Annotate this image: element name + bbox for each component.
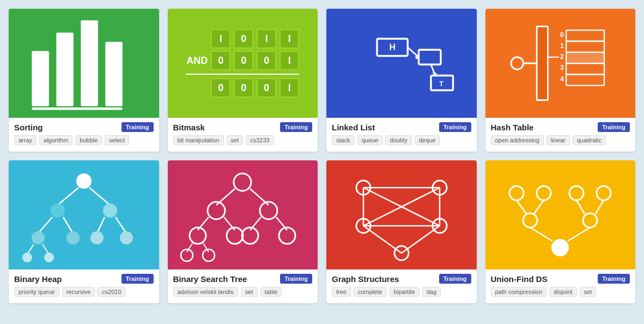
tag-complete[interactable]: complete [354,287,387,297]
svg-rect-21 [567,41,605,52]
tag-algorithm[interactable]: algorithm [39,135,72,145]
linkedlist-footer: Linked List Training stack queue doubly … [326,118,477,152]
svg-point-37 [32,231,45,244]
bitmask-footer: Bitmask Training bit manipulation set cs… [168,118,318,152]
svg-line-35 [97,217,105,233]
unionfind-badge[interactable]: Training [598,274,630,284]
tag-select[interactable]: select [105,135,129,145]
hashtable-badge[interactable]: Training [598,122,630,132]
svg-text:2: 2 [560,53,564,61]
unionfind-tags: path compression disjoint set [491,287,630,301]
svg-point-75 [509,186,524,200]
binaryheap-badge[interactable]: Training [121,274,154,284]
sorting-chart [16,14,151,112]
tag-bm[interactable]: bit manipulation [173,135,224,145]
svg-point-40 [120,231,133,244]
card-binary-heap[interactable]: Binary Heap Training priority queue recu… [9,160,159,303]
binaryheap-footer: Binary Heap Training priority queue recu… [9,269,159,303]
svg-rect-2 [81,20,98,106]
svg-point-32 [103,203,117,218]
tag-disjoint[interactable]: disjoint [549,287,576,297]
svg-point-28 [76,173,92,189]
svg-line-30 [89,188,110,205]
tag-set3[interactable]: set [580,287,597,297]
tag-recursive[interactable]: recursive [62,287,95,297]
card-union-find[interactable]: Union-Find DS Training path compression … [485,160,636,303]
svg-line-34 [63,217,73,233]
card-sorting[interactable]: Sorting Training array algorithm bubble … [9,9,159,152]
linkedlist-title: Linked List [332,123,375,132]
tag-dag[interactable]: dag [422,287,441,297]
tag-pathcomp[interactable]: path compression [491,287,547,297]
bst-badge[interactable]: Training [280,274,312,284]
tag-bubble[interactable]: bubble [75,135,102,145]
hashtable-image: 0 1 2 3 4 [485,9,636,118]
hashtable-diagram: 0 1 2 3 4 [493,14,628,112]
svg-point-79 [523,213,537,227]
hashtable-title: Hash Table [491,123,534,132]
linkedlist-badge[interactable]: Training [439,122,471,132]
svg-line-82 [517,200,526,214]
bitmask-title: Bitmask [173,123,205,132]
graph-tags: tree complete bipartite dag [332,287,471,301]
svg-point-81 [551,239,569,256]
tag-queue[interactable]: queue [357,135,383,145]
tag-quad[interactable]: quadratic [573,135,606,145]
card-bitmask[interactable]: I 0 I I AND 0 0 0 I 0 0 0 [168,9,318,152]
bst-title: Binary Search Tree [173,274,247,284]
tag-array[interactable]: array [14,135,37,145]
bitmask-tags: bit manipulation set cs3233 [173,135,313,149]
svg-text:H: H [389,43,395,52]
graph-badge[interactable]: Training [439,274,471,284]
tag-cs2010[interactable]: cs2010 [98,287,125,297]
graph-image [326,160,477,269]
tag-table[interactable]: table [260,287,282,297]
graph-footer: Graph Structures Training tree complete … [326,269,477,303]
svg-line-85 [596,200,604,214]
card-graph[interactable]: Graph Structures Training tree complete … [326,160,477,303]
svg-rect-27 [567,74,605,85]
tag-doubly[interactable]: doubly [385,135,411,145]
svg-rect-4 [32,107,123,110]
linkedlist-image: H T [326,9,477,118]
tag-avl[interactable]: adelson velskii landis [173,287,238,297]
linkedlist-diagram: H T [334,14,469,112]
sorting-badge[interactable]: Training [121,122,154,132]
svg-point-31 [51,203,65,218]
svg-line-29 [58,188,78,205]
tag-cs3233[interactable]: cs3233 [246,135,274,145]
bitmask-diagram: I 0 I I AND 0 0 0 I 0 0 0 [186,29,299,98]
tag-linear[interactable]: linear [546,135,570,145]
svg-point-80 [583,213,597,227]
hashtable-footer: Hash Table Training open addressing line… [485,118,636,152]
bitmask-badge[interactable]: Training [280,122,312,132]
bitmask-image: I 0 I I AND 0 0 0 I 0 0 0 [168,9,318,118]
unionfind-title: Union-Find DS [491,274,548,284]
tag-set2[interactable]: set [241,287,258,297]
tag-deque[interactable]: deque [415,135,440,145]
card-linked-list[interactable]: H T Linked List Training stack q [326,9,477,152]
svg-line-87 [568,227,590,241]
card-bst[interactable]: Binary Search Tree Training adelson vels… [168,160,318,303]
tag-stack[interactable]: stack [332,135,355,145]
tag-pq[interactable]: priority queue [14,287,59,297]
svg-text:T: T [439,80,443,88]
svg-rect-25 [567,63,605,74]
svg-text:1: 1 [560,42,564,50]
binaryheap-tags: priority queue recursive cs2010 [14,287,154,301]
svg-rect-19 [567,30,605,41]
svg-rect-23 [567,52,605,63]
binaryheap-diagram [16,166,151,264]
binaryheap-title: Binary Heap [14,274,62,284]
svg-line-86 [530,227,552,241]
tag-tree[interactable]: tree [332,287,351,297]
svg-line-84 [576,200,585,214]
svg-line-7 [408,47,418,57]
tag-set[interactable]: set [227,135,244,145]
tag-bipartite[interactable]: bipartite [390,287,420,297]
card-hash-table[interactable]: 0 1 2 3 4 Hash Table Training open addre… [485,9,636,152]
tag-open[interactable]: open addressing [491,135,544,145]
svg-point-45 [234,173,251,191]
hashtable-tags: open addressing linear quadratic [491,135,630,149]
sorting-image [9,9,159,118]
